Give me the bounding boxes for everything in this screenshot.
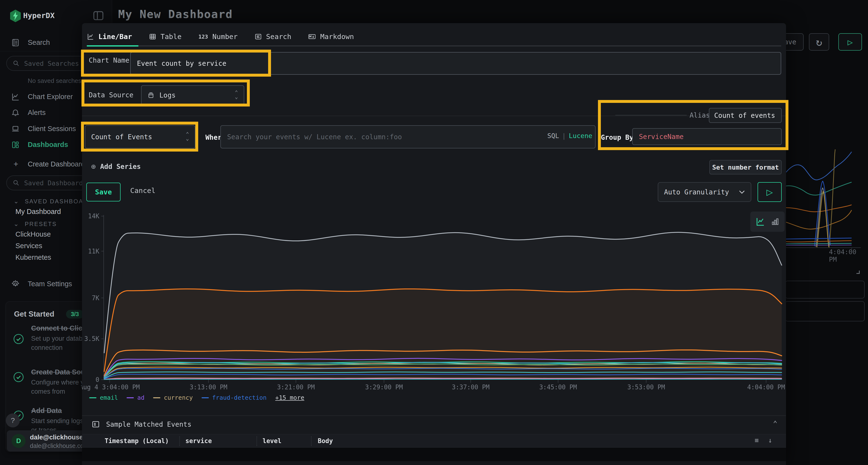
data-source-label: Data Source — [89, 91, 133, 99]
query-language-switch[interactable]: SQL|Lucene — [547, 132, 592, 139]
hyperdx-logo-icon — [9, 9, 22, 23]
tab-search[interactable]: Search — [255, 33, 291, 41]
chart-name-input[interactable] — [130, 52, 781, 75]
chevron-down-icon: ⌄ — [13, 220, 20, 228]
refresh-button[interactable]: ↻ — [809, 33, 829, 51]
column-header-body[interactable]: Body — [318, 437, 333, 444]
legend-item-currency[interactable]: currency — [153, 394, 193, 401]
tab-table[interactable]: Table — [149, 33, 182, 41]
plus-icon: + — [13, 159, 18, 169]
events-table-body — [82, 447, 786, 461]
chart-name-label: Chart Name — [89, 56, 129, 64]
background-panel — [785, 301, 865, 322]
x-axis-tick-label: 4:04:00 PM — [747, 384, 785, 391]
download-icon[interactable]: ↓ — [768, 436, 772, 444]
sql-toggle[interactable]: SQL — [547, 132, 559, 139]
play-icon: ▷ — [847, 37, 853, 47]
list-icon — [92, 420, 100, 428]
lucene-toggle[interactable]: Lucene — [569, 132, 592, 139]
dashboard-grid-icon — [11, 140, 20, 149]
chart-display-toggle[interactable] — [750, 211, 784, 232]
add-series-button[interactable]: ⊕ Add Series — [91, 162, 141, 171]
x-axis-tick-label: 3:45:00 PM — [539, 384, 577, 391]
resize-handle-icon[interactable] — [856, 269, 860, 274]
plus-circle-icon: ⊕ — [91, 162, 96, 171]
table-icon — [149, 33, 156, 40]
table-options-icon[interactable]: ≡ — [755, 436, 759, 444]
chevron-down-icon — [739, 190, 745, 194]
sample-matched-events-header[interactable]: Sample Matched Events — [92, 420, 191, 428]
collapse-section-icon[interactable]: ⌃ — [773, 419, 777, 428]
save-button[interactable]: Save — [86, 182, 121, 201]
sidebar-item-label: Search — [28, 38, 50, 46]
divider — [82, 416, 786, 416]
column-header-timestamp[interactable]: Timestamp (Local) — [105, 437, 169, 444]
chevron-down-icon: ⌄ — [13, 198, 20, 205]
set-number-format-button[interactable]: Set number format — [709, 160, 782, 174]
column-header-service[interactable]: service — [185, 437, 212, 444]
timeseries-chart[interactable] — [101, 212, 784, 387]
legend-label: email — [100, 394, 118, 401]
bell-icon — [11, 108, 20, 117]
chart-type-tabs: Line/BarTable123NumberSearchMarkdown — [87, 28, 371, 45]
legend-swatch — [202, 397, 209, 398]
data-source-value: Logs — [159, 91, 176, 99]
y-axis-tick-label: 7K — [84, 294, 99, 302]
tab-track — [87, 45, 781, 46]
y-axis-tick-label: 0 — [84, 376, 99, 383]
line-chart-icon — [87, 33, 94, 40]
cancel-button[interactable]: Cancel — [130, 187, 156, 195]
tab-markdown[interactable]: Markdown — [308, 33, 354, 41]
granularity-value: Auto Granularity — [664, 188, 729, 196]
bar-chart-icon[interactable] — [771, 217, 779, 226]
legend-swatch — [127, 397, 134, 398]
line-chart-icon[interactable] — [755, 217, 765, 227]
legend-swatch — [89, 397, 96, 398]
markdown-icon — [308, 33, 316, 40]
y-axis-tick-label: 11K — [84, 248, 99, 255]
scrollbar-track[interactable] — [82, 461, 786, 465]
get-started-title: Get Started — [14, 310, 54, 319]
column-resizer[interactable] — [311, 436, 311, 446]
tab-label: Line/Bar — [98, 33, 132, 41]
tab-number[interactable]: 123Number — [198, 33, 238, 41]
legend-item-fraud-detection[interactable]: fraud-detection — [202, 394, 267, 401]
background-panel — [785, 281, 865, 299]
legend-label: fraud-detection — [212, 394, 267, 401]
granularity-select[interactable]: Auto Granularity — [658, 182, 751, 202]
x-axis-tick-label: Aug 4 3:04:00 PM — [82, 384, 140, 391]
events-table-header: Timestamp (Local) service level Body ≡ ↓ — [82, 434, 786, 447]
legend-item-email[interactable]: email — [89, 394, 118, 401]
page-title: My New Dashboard — [118, 8, 233, 21]
help-button[interactable]: ? — [6, 413, 20, 427]
aggregation-select[interactable]: Count of Events ⌃⌄ — [85, 125, 195, 148]
sidebar-item-label: Team Settings — [28, 280, 72, 288]
run-chart-button[interactable]: ▷ — [757, 182, 782, 202]
sidebar-item-label: Chart Explorer — [28, 93, 73, 101]
y-axis-tick-label: 14K — [84, 212, 99, 220]
no-saved-searches-text: No saved searches — [28, 77, 82, 85]
column-resizer[interactable] — [256, 436, 257, 446]
legend-item-ad[interactable]: ad — [127, 394, 145, 401]
where-search-input[interactable] — [220, 125, 595, 148]
column-resizer[interactable] — [179, 436, 180, 446]
sidebar-item-label: Dashboards — [28, 141, 68, 148]
add-series-label: Add Series — [100, 163, 141, 171]
data-source-select[interactable]: Logs ⌃⌄ — [141, 85, 244, 105]
legend-label: ad — [137, 394, 145, 401]
sidebar-collapse-icon[interactable] — [92, 10, 104, 22]
background-axis-time-label: 4:04:00 PM — [829, 248, 868, 263]
chart-legend: emailadcurrencyfraud-detection+15 more — [89, 394, 313, 401]
legend-more-label[interactable]: +15 more — [275, 394, 304, 401]
tab-line-bar[interactable]: Line/Bar — [87, 33, 132, 41]
legend-more-link[interactable]: +15 more — [275, 394, 304, 401]
divider — [615, 115, 687, 115]
background-dashboard-chart — [786, 150, 868, 252]
x-axis-tick-label: 3:37:00 PM — [452, 384, 490, 391]
sidebar-item-label: Client Sessions — [28, 125, 76, 133]
select-updown-icon: ⌃⌄ — [186, 133, 189, 141]
run-dashboard-button[interactable]: ▷ — [838, 33, 862, 51]
group-by-input[interactable] — [632, 128, 782, 145]
alias-input[interactable] — [709, 108, 782, 123]
column-header-level[interactable]: level — [262, 437, 281, 444]
